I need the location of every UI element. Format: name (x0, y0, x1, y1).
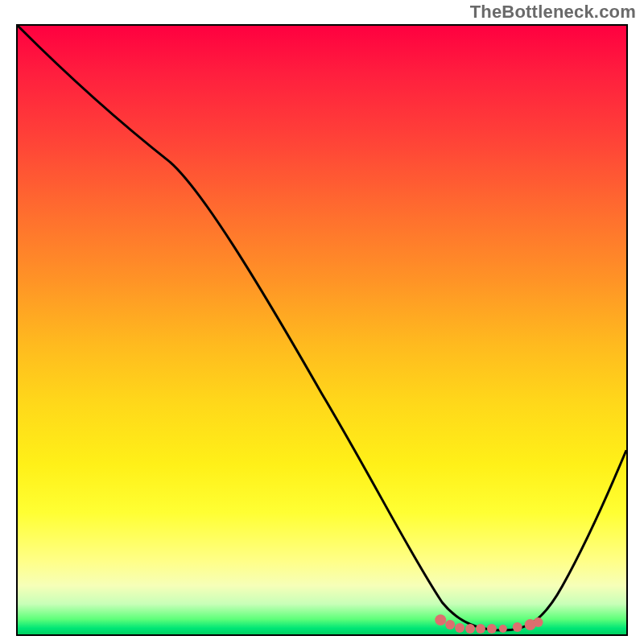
svg-point-0 (435, 614, 446, 625)
bottleneck-curve (18, 26, 626, 630)
optimal-marker-group (435, 614, 543, 634)
svg-point-7 (513, 622, 522, 632)
curve-layer (18, 26, 626, 634)
svg-point-3 (465, 624, 475, 634)
svg-point-4 (476, 624, 485, 634)
svg-point-5 (487, 624, 497, 634)
chart-container: TheBottleneck.com (0, 0, 644, 644)
svg-point-2 (455, 623, 464, 633)
plot-area (16, 24, 628, 636)
watermark-text: TheBottleneck.com (470, 2, 636, 23)
svg-point-1 (445, 620, 455, 630)
svg-point-9 (534, 617, 543, 627)
svg-point-6 (499, 625, 507, 633)
